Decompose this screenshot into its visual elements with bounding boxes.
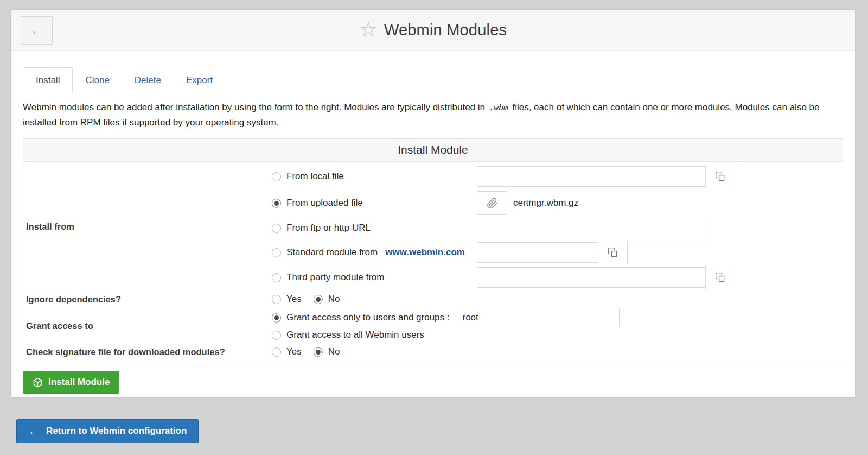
url-input[interactable]	[477, 217, 709, 239]
option-label-from-local-file[interactable]: From local file	[286, 171, 344, 182]
grant-users-input[interactable]	[457, 308, 620, 327]
favorite-star-icon[interactable]: ☆	[359, 19, 378, 40]
radio-standard-module[interactable]	[272, 248, 281, 257]
row-from-local-file: From local file	[272, 163, 843, 190]
option-label-ignore-deps-yes[interactable]: Yes	[286, 294, 302, 305]
return-to-webmin-config-button[interactable]: ← Return to Webmin configuration	[16, 419, 199, 443]
radio-grant-all-users[interactable]	[272, 331, 281, 340]
intro-text-before: Webmin modules can be added after instal…	[23, 102, 485, 112]
package-icon	[33, 377, 43, 388]
tab-delete[interactable]: Delete	[122, 68, 174, 93]
row-from-url: From ftp or http URL	[272, 216, 843, 240]
panel-title: Install Module	[23, 139, 843, 162]
page-background: { "header": { "title": "Webmin Modules",…	[0, 0, 868, 455]
option-label-check-signature-yes[interactable]: Yes	[286, 346, 302, 357]
radio-check-signature-yes[interactable]	[272, 347, 281, 357]
install-module-button[interactable]: Install Module	[23, 371, 119, 394]
standard-module-input[interactable]	[477, 242, 598, 263]
option-label-from-url[interactable]: From ftp or http URL	[286, 223, 371, 233]
tab-clone[interactable]: Clone	[73, 68, 122, 93]
row-ignore-dependencies: Yes No	[272, 290, 843, 308]
local-file-input[interactable]	[477, 166, 706, 187]
option-label-from-uploaded-file[interactable]: From uploaded file	[286, 198, 363, 208]
row-from-uploaded-file: From uploaded file certmgr.wbm.gz	[272, 190, 843, 216]
title-wrap: ☆ Webmin Modules	[11, 10, 855, 50]
option-label-third-party-module[interactable]: Third party module from	[286, 272, 384, 283]
radio-third-party-module[interactable]	[272, 273, 281, 282]
row-grant-access-all: Grant access to all Webmin users	[272, 327, 843, 343]
third-party-input[interactable]	[477, 267, 706, 288]
tab-bar: Install Clone Delete Export	[23, 67, 843, 93]
upload-file-button[interactable]	[477, 191, 507, 215]
uploaded-file-name: certmgr.wbm.gz	[513, 198, 578, 208]
local-file-chooser-button[interactable]	[705, 165, 735, 188]
webmin-com-link[interactable]: www.webmin.com	[385, 247, 465, 258]
third-party-chooser-button[interactable]	[705, 266, 735, 289]
intro-text: Webmin modules can be added after instal…	[23, 100, 843, 130]
row-grant-access-users: Grant access only to users and groups :	[272, 308, 843, 327]
file-chooser-pages-icon	[715, 171, 726, 182]
main-card: ← ☆ Webmin Modules Install Clone Delete …	[11, 10, 855, 397]
install-module-button-label: Install Module	[48, 377, 110, 388]
option-label-grant-users[interactable]: Grant access only to users and groups :	[286, 312, 450, 323]
install-module-panel: Install Module Install from From local f…	[23, 138, 843, 364]
row-check-signature: Yes No	[272, 343, 843, 361]
wbm-extension-code: .wbm	[488, 103, 510, 112]
label-ignore-dependencies: Ignore dependencies?	[23, 290, 272, 308]
row-standard-module: Standard module from www.webmin.com	[272, 240, 843, 265]
return-button-label: Return to Webmin configuration	[46, 426, 187, 437]
radio-check-signature-no[interactable]	[314, 347, 323, 357]
file-chooser-pages-icon	[608, 247, 618, 258]
label-check-signature: Check signature file for downloaded modu…	[23, 343, 272, 361]
radio-from-local-file[interactable]	[272, 172, 281, 181]
radio-from-uploaded-file[interactable]	[272, 199, 281, 208]
row-third-party-module: Third party module from	[272, 265, 843, 290]
page-header: ← ☆ Webmin Modules	[11, 10, 855, 51]
option-label-check-signature-no[interactable]: No	[328, 346, 340, 357]
tab-export[interactable]: Export	[174, 68, 225, 93]
left-arrow-icon: ←	[28, 426, 39, 437]
paperclip-icon	[487, 198, 498, 209]
tab-install[interactable]: Install	[23, 67, 73, 93]
content-area: Install Clone Delete Export Webmin modul…	[11, 67, 855, 394]
radio-from-url[interactable]	[272, 224, 281, 233]
option-label-standard-module[interactable]: Standard module from	[286, 247, 378, 258]
file-chooser-pages-icon	[715, 272, 726, 283]
page-title: Webmin Modules	[384, 21, 507, 39]
radio-grant-users[interactable]	[272, 313, 281, 323]
option-label-ignore-deps-no[interactable]: No	[328, 294, 340, 305]
standard-module-chooser-button[interactable]	[598, 241, 628, 264]
label-install-from: Install from	[23, 163, 272, 290]
radio-ignore-deps-yes[interactable]	[272, 295, 281, 304]
label-grant-access: Grant access to	[23, 308, 272, 343]
install-module-form: Install from From local file	[23, 162, 843, 364]
option-label-grant-all-users[interactable]: Grant access to all Webmin users	[286, 330, 424, 340]
radio-ignore-deps-no[interactable]	[314, 295, 323, 304]
